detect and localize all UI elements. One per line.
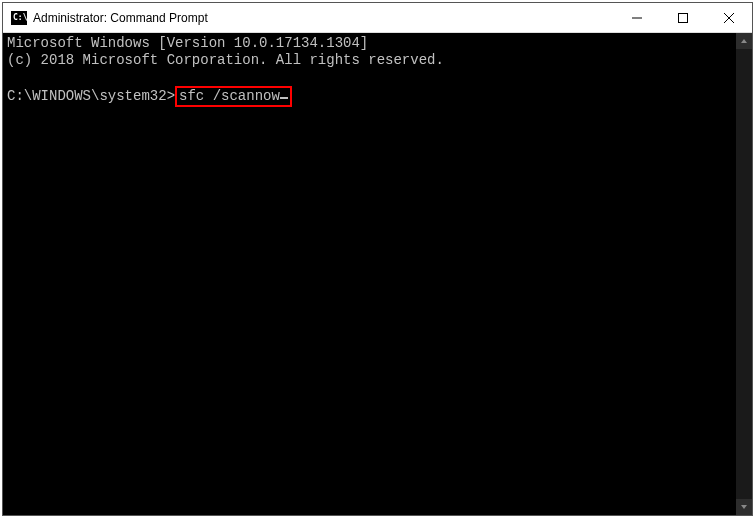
command-prompt-window: C:\ Administrator: Command Prompt Micros… — [2, 2, 753, 516]
command-text: sfc /scannow — [179, 88, 280, 104]
scroll-down-button[interactable] — [736, 499, 752, 515]
scroll-up-button[interactable] — [736, 33, 752, 49]
copyright-line: (c) 2018 Microsoft Corporation. All righ… — [7, 52, 444, 68]
command-highlight: sfc /scannow — [175, 86, 292, 107]
cursor — [280, 97, 288, 99]
close-button[interactable] — [706, 3, 752, 32]
terminal-content[interactable]: Microsoft Windows [Version 10.0.17134.13… — [3, 33, 736, 515]
terminal-area[interactable]: Microsoft Windows [Version 10.0.17134.13… — [3, 33, 752, 515]
svg-rect-1 — [679, 13, 688, 22]
window-controls — [614, 3, 752, 32]
scrollbar[interactable] — [736, 33, 752, 515]
prompt-text: C:\WINDOWS\system32> — [7, 88, 175, 104]
maximize-button[interactable] — [660, 3, 706, 32]
window-title: Administrator: Command Prompt — [33, 11, 614, 25]
minimize-button[interactable] — [614, 3, 660, 32]
version-line: Microsoft Windows [Version 10.0.17134.13… — [7, 35, 368, 51]
cmd-icon: C:\ — [11, 11, 27, 25]
titlebar[interactable]: C:\ Administrator: Command Prompt — [3, 3, 752, 33]
